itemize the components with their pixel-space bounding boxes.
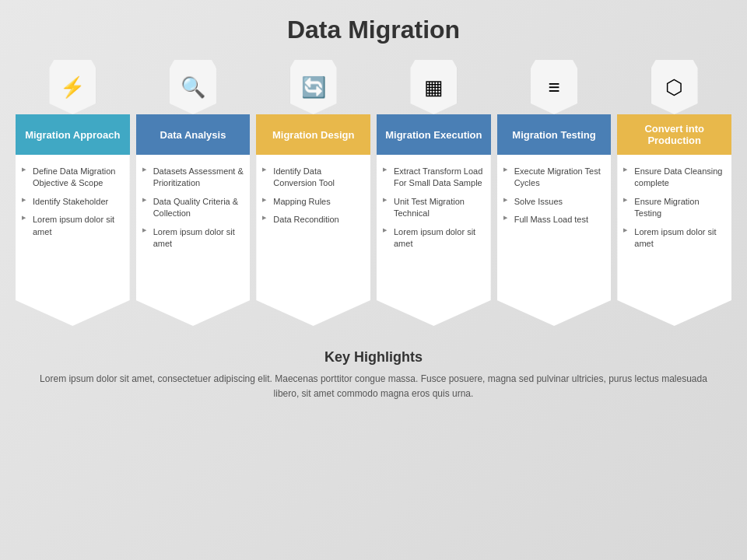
- column-col2: 🔍Data AnalysisDatasets Assessment & Prio…: [136, 60, 251, 326]
- column-list-2: Identify Data Conversion ToolMapping Rul…: [262, 163, 364, 229]
- testing-icon: ≡: [531, 60, 577, 114]
- highlights-text: Lorem ipsum dolor sit amet, consectetuer…: [39, 372, 708, 401]
- list-item: Data Quality Criteria & Collection: [142, 193, 244, 223]
- column-col6: ⬡Convert into ProductionEnsure Data Clea…: [617, 60, 731, 326]
- list-item: Ensure Data Cleansing complete: [623, 163, 725, 193]
- list-item: Data Recondition: [262, 211, 364, 229]
- column-body-0: Define Data Migration Objective & ScopeI…: [16, 155, 130, 326]
- list-item: Identify Stakeholder: [22, 193, 124, 211]
- column-body-1: Datasets Assessment & PrioritizationData…: [136, 155, 251, 326]
- column-body-2: Identify Data Conversion ToolMapping Rul…: [256, 155, 370, 326]
- column-list-1: Datasets Assessment & PrioritizationData…: [142, 163, 244, 253]
- list-item: Lorem ipsum dolor sit amet: [383, 223, 485, 254]
- page-title: Data Migration: [287, 16, 460, 44]
- column-list-4: Execute Migration Test CyclesSolve Issue…: [503, 163, 605, 229]
- column-header-0: Migration Approach: [16, 114, 130, 155]
- list-item: Solve Issues: [503, 193, 605, 211]
- highlights-title: Key Highlights: [39, 349, 708, 366]
- list-item: Datasets Assessment & Prioritization: [142, 163, 244, 193]
- column-header-4: Migration Testing: [497, 114, 612, 155]
- column-col5: ≡Migration TestingExecute Migration Test…: [497, 60, 612, 326]
- list-item: Mapping Rules: [262, 193, 364, 211]
- column-col3: 🔄Migration DesignIdentify Data Conversio…: [256, 60, 370, 326]
- list-item: Ensure Migration Testing: [623, 193, 725, 223]
- highlights-section: Key Highlights Lorem ipsum dolor sit ame…: [16, 349, 731, 401]
- execution-icon: ▦: [410, 60, 457, 114]
- usb-icon: ⚡: [49, 60, 96, 114]
- list-item: Lorem ipsum dolor sit amet: [22, 211, 124, 241]
- list-item: Execute Migration Test Cycles: [503, 163, 605, 193]
- column-list-5: Ensure Data Cleansing completeEnsure Mig…: [623, 163, 725, 253]
- column-header-2: Migration Design: [256, 114, 370, 155]
- list-item: Lorem ipsum dolor sit amet: [623, 223, 725, 254]
- list-item: Lorem ipsum dolor sit amet: [142, 223, 244, 254]
- column-list-3: Extract Transform Load For Small Data Sa…: [383, 163, 485, 253]
- column-body-3: Extract Transform Load For Small Data Sa…: [377, 155, 491, 326]
- list-item: Extract Transform Load For Small Data Sa…: [383, 163, 485, 193]
- list-item: Full Mass Load test: [503, 211, 605, 229]
- column-body-5: Ensure Data Cleansing completeEnsure Mig…: [617, 155, 731, 326]
- list-item: Unit Test Migration Technical: [383, 193, 485, 223]
- list-item: Define Data Migration Objective & Scope: [22, 163, 124, 193]
- column-col4: ▦Migration ExecutionExtract Transform Lo…: [377, 60, 491, 326]
- list-item: Identify Data Conversion Tool: [262, 163, 364, 193]
- columns-container: ⚡Migration ApproachDefine Data Migration…: [16, 60, 731, 326]
- slide: Data Migration ⚡Migration ApproachDefine…: [0, 0, 747, 560]
- column-col1: ⚡Migration ApproachDefine Data Migration…: [16, 60, 130, 326]
- column-body-4: Execute Migration Test CyclesSolve Issue…: [497, 155, 612, 326]
- production-icon: ⬡: [651, 60, 698, 114]
- column-header-1: Data Analysis: [136, 114, 251, 155]
- column-list-0: Define Data Migration Objective & ScopeI…: [22, 163, 124, 241]
- column-header-5: Convert into Production: [617, 114, 731, 155]
- column-header-3: Migration Execution: [377, 114, 491, 155]
- analysis-icon: 🔍: [170, 60, 216, 114]
- sync-icon: 🔄: [290, 60, 337, 114]
